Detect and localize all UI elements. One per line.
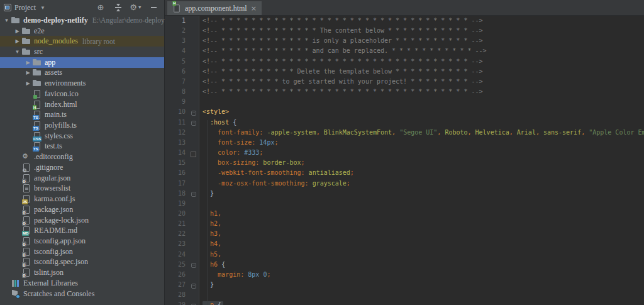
tree-item--editorconfig[interactable]: ⚙.editorconfig xyxy=(0,152,164,162)
code-line: h6 { xyxy=(203,261,644,271)
token-pr: h6 xyxy=(210,261,218,268)
expand-arrow-icon[interactable]: ▶ xyxy=(25,70,31,75)
line-number: 13 xyxy=(178,139,186,146)
project-panel-title[interactable]: Project xyxy=(14,3,36,13)
fold-marker-icon[interactable] xyxy=(191,284,196,289)
tree-item-main-ts[interactable]: TSmain.ts xyxy=(0,109,164,120)
html-file-icon: H xyxy=(172,4,180,12)
tree-item-src[interactable]: ▼src xyxy=(0,47,164,57)
md-file-icon: MD xyxy=(22,226,31,235)
tree-item-label: .editorconfig xyxy=(34,152,73,162)
tree-item-label: polyfills.ts xyxy=(45,121,77,130)
tree-item-environments[interactable]: ▶environments xyxy=(0,78,164,89)
token-pu: , xyxy=(581,129,589,136)
expand-arrow-icon[interactable]: ▶ xyxy=(25,80,31,86)
code-line: -webkit-font-smoothing: antialiased; xyxy=(203,169,644,179)
tree-item-angular-json[interactable]: {}angular.json xyxy=(0,173,164,184)
token-tx xyxy=(203,159,218,166)
gutter-row: 9 xyxy=(165,98,199,108)
token-pu: , xyxy=(316,129,324,136)
tree-item-package-lock-json[interactable]: {}package-lock.json xyxy=(0,215,164,226)
expand-arrow-icon[interactable]: ▶ xyxy=(14,38,21,44)
json-file-icon: {} xyxy=(22,206,31,214)
token-tx xyxy=(203,251,210,258)
tree-item-test-ts[interactable]: TStest.ts xyxy=(0,141,164,152)
code-line: font-size: 14px; xyxy=(203,139,644,149)
code-line xyxy=(203,291,644,301)
token-tx xyxy=(203,230,210,237)
image-file-icon xyxy=(33,90,42,98)
hide-panel-icon[interactable] xyxy=(149,3,158,12)
line-number: 8 xyxy=(182,88,186,95)
collapse-arrow-icon[interactable]: ▼ xyxy=(14,49,21,55)
collapse-arrow-icon[interactable]: ▼ xyxy=(3,18,10,23)
token-tx xyxy=(203,220,210,227)
tree-item-favicon-ico[interactable]: favicon.ico xyxy=(0,89,164,99)
tree-item-tsconfig-json[interactable]: {}tsconfig.json xyxy=(0,247,164,257)
token-cm: <!-- * * * * * * * * * * * * * * * * * *… xyxy=(203,88,483,95)
code-line: h4, xyxy=(203,240,644,250)
expand-arrow-icon[interactable]: ▶ xyxy=(25,60,31,65)
code-line: margin: 8px 0; xyxy=(203,271,644,281)
fold-marker-icon[interactable] xyxy=(191,192,196,197)
css-file-icon: CSS xyxy=(33,132,42,140)
code-line: -moz-osx-font-smoothing: grayscale; xyxy=(203,180,644,190)
tree-item-package-json[interactable]: {}package.json xyxy=(0,204,164,215)
tree-item-polyfills-ts[interactable]: TSpolyfills.ts xyxy=(0,120,164,131)
fold-marker-icon[interactable] xyxy=(191,111,196,116)
code-line: color: #333; xyxy=(203,149,644,159)
tree-item-node-modules[interactable]: ▶node_moduleslibrary root xyxy=(0,36,164,47)
close-tab-icon[interactable]: × xyxy=(251,4,257,13)
collapse-all-icon[interactable] xyxy=(114,3,123,12)
tree-item-label: assets xyxy=(45,68,62,77)
tree-item-index-html[interactable]: Hindex.html xyxy=(0,99,164,110)
tree-item-label: browserslist xyxy=(34,184,70,193)
token-va: grayscale xyxy=(313,180,347,187)
tree-item-demo-deploy-netlify[interactable]: ▼demo-deploy-netlifyE:\Angular\demo-depl… xyxy=(0,15,164,26)
tree-item-e2e[interactable]: ▶e2e xyxy=(0,26,164,36)
expand-arrow-icon[interactable]: ▶ xyxy=(14,28,21,34)
code-line xyxy=(203,98,644,108)
token-pr: -moz-osx-font-smoothing: xyxy=(218,180,309,187)
token-st: "Apple Color Emoji" xyxy=(589,129,644,136)
token-tx xyxy=(203,149,218,156)
token-va: BlinkMacSystemFont xyxy=(324,129,392,136)
tab-label: app.component.html xyxy=(185,4,247,13)
settings-gear-icon[interactable]: ⚙▼ xyxy=(131,3,140,12)
code-line: <!-- * * * * * * * * * * * * is only a p… xyxy=(203,37,644,47)
tree-item-tslint-json[interactable]: {}tslint.json xyxy=(0,267,164,278)
locate-file-icon[interactable]: ⊕ xyxy=(96,3,105,12)
line-number: 25 xyxy=(178,261,186,268)
tree-item-tsconfig-app-json[interactable]: {}tsconfig.app.json xyxy=(0,236,164,247)
tree-item-karma-conf-js[interactable]: JSkarma.conf.js xyxy=(0,194,164,204)
line-number: 15 xyxy=(178,159,186,166)
token-tx xyxy=(203,169,218,176)
json-file-icon: {} xyxy=(22,216,31,225)
line-number: 27 xyxy=(178,281,186,288)
token-va: Arial xyxy=(517,129,536,136)
token-tx xyxy=(203,190,210,197)
tab-app-component-html[interactable]: H app.component.html × xyxy=(167,1,262,15)
tree-item-scratches-and-consoles[interactable]: Scratches and Consoles xyxy=(0,289,164,299)
tree-item-styles-css[interactable]: CSSstyles.css xyxy=(0,131,164,141)
token-pu: , xyxy=(509,129,517,136)
tree-item-assets[interactable]: ▶assets xyxy=(0,68,164,79)
tree-item--gitignore[interactable]: ⊘.gitignore xyxy=(0,162,164,173)
ts-file-icon: TS xyxy=(33,111,42,119)
tree-item-external-libraries[interactable]: External Libraries xyxy=(0,278,164,289)
line-number: 17 xyxy=(178,180,186,187)
gutter-row: 24 xyxy=(165,251,199,261)
tree-item-app[interactable]: ▶app xyxy=(0,57,164,68)
color-preview-swatch[interactable] xyxy=(191,152,196,157)
code-area[interactable]: <!-- * * * * * * * * * * * * * * * * * *… xyxy=(200,16,644,305)
tree-item-browserslist[interactable]: browserslist xyxy=(0,184,164,194)
gutter-row: 22 xyxy=(165,230,199,240)
tree-item-tsconfig-spec-json[interactable]: {}tsconfig.spec.json xyxy=(0,257,164,268)
gutter-row: 4 xyxy=(165,47,199,57)
chevron-down-icon[interactable]: ▼ xyxy=(40,5,45,11)
fold-marker-icon[interactable] xyxy=(191,121,196,126)
tree-item-readme-md[interactable]: MDREADME.md xyxy=(0,225,164,236)
fold-marker-icon[interactable] xyxy=(191,263,196,268)
token-pr: h4 xyxy=(210,240,218,247)
line-number: 9 xyxy=(182,98,186,105)
